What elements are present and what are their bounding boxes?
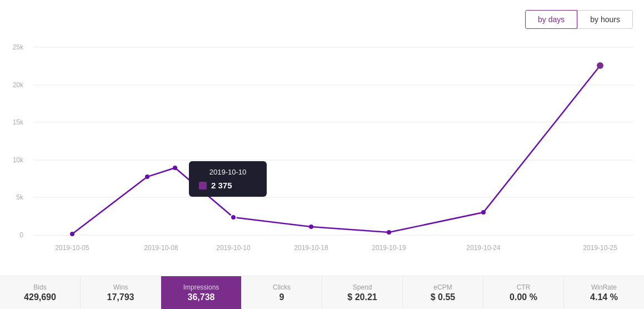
data-point-peak <box>597 62 603 69</box>
chart-line <box>72 66 600 234</box>
x-label-4: 2019-10-18 <box>294 244 328 252</box>
metric-item-ecpm[interactable]: eCPM$ 0.55 <box>403 276 483 309</box>
metric-label: Bids <box>33 283 46 291</box>
metric-value: 4.14 % <box>590 292 618 302</box>
metric-item-ctr[interactable]: CTR0.00 % <box>483 276 564 309</box>
x-label-2: 2019-10-08 <box>144 244 178 252</box>
metric-label: Wins <box>113 283 128 291</box>
metric-label: eCPM <box>433 283 452 291</box>
data-point <box>387 230 391 235</box>
x-label-3: 2019-10-10 <box>216 244 251 252</box>
y-label-15k: 15k <box>13 118 24 126</box>
metric-item-spend[interactable]: Spend$ 20.21 <box>322 276 403 309</box>
x-label-1: 2019-10-05 <box>55 244 89 252</box>
y-label-5k: 5k <box>16 193 24 201</box>
metric-value: 17,793 <box>107 292 134 302</box>
y-label-25k: 25k <box>13 43 24 51</box>
data-point <box>481 210 486 215</box>
main-container: by days by hours 25k 20k 15k 10k 5k 0 <box>0 0 644 309</box>
data-point-active[interactable] <box>231 215 236 220</box>
line-chart: 25k 20k 15k 10k 5k 0 2019-10-05 2019-10-… <box>0 6 644 278</box>
metric-value: 0.00 % <box>510 292 537 302</box>
metric-value: 9 <box>279 292 284 302</box>
metric-label: WinRate <box>591 283 617 291</box>
metric-item-clicks[interactable]: Clicks9 <box>242 276 322 309</box>
y-label-0: 0 <box>19 231 23 239</box>
metric-item-impressions[interactable]: Impressions36,738 <box>161 276 242 309</box>
data-point <box>70 232 74 236</box>
metrics-bar: Bids429,690Wins17,793Impressions36,738Cl… <box>0 276 644 309</box>
metric-value: 36,738 <box>188 292 215 302</box>
y-label-20k: 20k <box>13 81 24 89</box>
x-label-5: 2019-10-19 <box>372 244 406 252</box>
x-label-7: 2019-10-25 <box>583 244 617 252</box>
metric-value: 429,690 <box>24 292 56 302</box>
metric-label: Spend <box>353 283 372 291</box>
metric-value: $ 20.21 <box>347 292 377 302</box>
data-point <box>173 166 177 170</box>
metric-item-wins[interactable]: Wins17,793 <box>81 276 161 309</box>
y-label-10k: 10k <box>13 156 24 164</box>
metric-item-bids[interactable]: Bids429,690 <box>0 276 81 309</box>
x-label-6: 2019-10-24 <box>466 244 501 252</box>
chart-area: 25k 20k 15k 10k 5k 0 2019-10-05 2019-10-… <box>0 6 644 276</box>
metric-label: CTR <box>517 283 531 291</box>
metric-item-winrate[interactable]: WinRate4.14 % <box>564 276 644 309</box>
metric-label: Impressions <box>183 283 219 291</box>
data-point <box>309 225 313 229</box>
metric-label: Clicks <box>273 283 291 291</box>
data-point <box>145 175 149 179</box>
metric-value: $ 0.55 <box>431 292 455 302</box>
